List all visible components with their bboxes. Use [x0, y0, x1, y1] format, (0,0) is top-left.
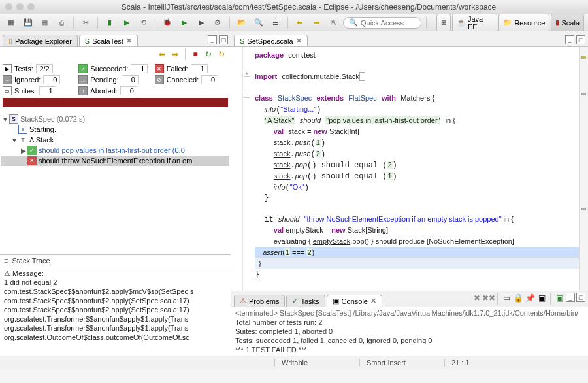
rerun-failed-icon[interactable]: ↻	[216, 49, 227, 59]
maximize-editor-icon[interactable]: ▢	[576, 35, 585, 44]
canceled-count: 0	[201, 75, 218, 84]
pending-count: 0	[122, 75, 139, 84]
overview-ruler[interactable]	[579, 47, 588, 291]
stack-trace-body[interactable]: ⚠ Message: 1 did not equal 2 com.test.St…	[0, 267, 231, 356]
fold-expand-icon[interactable]: +	[244, 71, 250, 77]
code-area[interactable]: package com.test import collection.mutab…	[252, 47, 579, 291]
tree-group[interactable]: ▼TA Stack	[1, 135, 229, 145]
tool-play-icon[interactable]: ▶	[120, 16, 134, 29]
tab-scalatest[interactable]: S ScalaTest ✕	[79, 35, 138, 46]
perspective-java-ee[interactable]: ☕Java EE	[452, 14, 497, 32]
remove-launch-icon[interactable]: ✖	[472, 293, 482, 303]
tab-package-explorer[interactable]: ▯ Package Explorer	[3, 35, 78, 46]
stack-line[interactable]: org.scalatest.OutcomeOf$class.outcomeOf(…	[4, 333, 227, 342]
open-console-icon[interactable]: ▣	[554, 293, 564, 303]
close-icon[interactable]: ✕	[370, 297, 376, 305]
fail-icon: ✕	[27, 156, 37, 165]
tree-test-fail[interactable]: ✕should throw NoSuchElementException if …	[1, 156, 229, 166]
new-icon[interactable]: ▦	[4, 16, 18, 29]
stack-line[interactable]: com.test.StackSpec$$anonfun$2.apply$mcV$…	[4, 287, 227, 296]
tab-problems[interactable]: ⚠Problems	[234, 295, 285, 307]
stack-line[interactable]: com.test.StackSpec$$anonfun$2.apply(SetS…	[4, 305, 227, 314]
fold-collapse-icon[interactable]: −	[244, 92, 250, 98]
perspective-resource[interactable]: 📁Resource	[498, 14, 549, 32]
minimize-window-icon[interactable]	[16, 3, 24, 10]
tool-prev-icon[interactable]: ⟲	[136, 16, 150, 29]
progress-bar	[3, 98, 228, 107]
quick-access-input[interactable]	[361, 19, 419, 27]
window-controls[interactable]	[5, 3, 35, 10]
scalatest-toolbar: ⬅ ➡ ■ ↻ ↻	[0, 47, 231, 61]
debug-icon[interactable]: 🐞	[160, 16, 174, 29]
succeeded-icon: ✓	[78, 64, 88, 73]
console-output[interactable]: <terminated> StackSpec [ScalaTest] /Libr…	[231, 307, 588, 356]
canceled-icon: ⊘	[155, 75, 164, 84]
minimize-bottom-icon[interactable]: _	[566, 293, 575, 302]
marker-ruler[interactable]	[231, 47, 243, 291]
stack-line[interactable]: com.test.StackSpec$$anonfun$2.apply(SetS…	[4, 296, 227, 305]
display-console-icon[interactable]: ▣	[536, 293, 547, 303]
close-icon[interactable]: ✕	[296, 37, 302, 45]
test-tree[interactable]: ▼SStackSpec (0.072 s) iStarting... ▼TA S…	[0, 111, 231, 169]
quick-access-field[interactable]: 🔍	[343, 17, 421, 29]
ignored-count: 0	[43, 75, 60, 84]
save-all-icon[interactable]: ▤	[38, 16, 52, 29]
failed-icon: ✕	[155, 64, 164, 73]
external-tools-icon[interactable]: ⚙	[211, 16, 225, 29]
bottom-tabs: ⚠Problems ✓Tasks ▣Console✕ ✖ ✖✖ ▭ 🔒 📌 ▣ …	[231, 291, 588, 307]
close-window-icon[interactable]	[5, 3, 12, 10]
maximize-bottom-icon[interactable]: ▢	[576, 293, 585, 302]
cut-icon[interactable]: ✂	[78, 16, 93, 29]
print-icon[interactable]: ⎙	[54, 16, 69, 29]
console-line: Tests: succeeded 1, failed 1, canceled 0…	[235, 336, 584, 345]
pin-console-icon[interactable]: 📌	[525, 293, 535, 303]
run-icon[interactable]: ▶	[177, 16, 191, 29]
java-ee-icon: ☕	[457, 18, 466, 27]
tests-icon: ▶	[3, 64, 12, 73]
nav-fwd-icon[interactable]: ➡	[309, 16, 323, 29]
tab-tasks[interactable]: ✓Tasks	[286, 295, 325, 307]
next-failure-icon[interactable]: ➡	[170, 49, 180, 59]
perspective-scala[interactable]: ▮Scala	[551, 14, 584, 32]
nav-up-icon[interactable]: ⇱	[326, 16, 340, 29]
toggle-icon[interactable]: ☰	[269, 16, 283, 29]
pass-icon: ✓	[27, 146, 37, 155]
open-type-icon[interactable]: 📂	[235, 16, 249, 29]
nav-back-icon[interactable]: ⬅	[293, 16, 307, 29]
code-editor[interactable]: + − package com.test import collection.m…	[231, 47, 588, 291]
search-icon[interactable]: 🔍	[252, 16, 266, 29]
tree-test-pass[interactable]: ▶✓should pop values in last-in-first-out…	[1, 145, 229, 156]
save-icon[interactable]: 💾	[21, 16, 35, 29]
tree-info[interactable]: iStarting...	[1, 124, 229, 135]
maximize-view-icon[interactable]: ▢	[219, 35, 228, 44]
zoom-window-icon[interactable]	[27, 3, 35, 10]
rerun-icon[interactable]: ↻	[203, 49, 214, 59]
stop-icon[interactable]: ■	[190, 49, 201, 59]
tree-suite[interactable]: ▼SStackSpec (0.072 s)	[1, 114, 229, 124]
fold-ruler[interactable]: + −	[243, 47, 252, 291]
tool-green-icon[interactable]: ▮	[103, 16, 117, 29]
test-stats: ▶Tests:2/2 ✓Succeeded:1 ✕Failed:1 –Ignor…	[0, 61, 231, 111]
scala-file-icon: S	[240, 37, 244, 45]
console-line: *** 1 TEST FAILED ***	[235, 345, 584, 354]
status-insert-mode: Smart Insert	[359, 359, 418, 367]
console-icon: ▣	[333, 297, 339, 305]
tab-setspec[interactable]: S SetSpec.scala ✕	[234, 35, 308, 46]
stack-line[interactable]: org.scalatest.Transformer$$anonfun$apply…	[4, 324, 227, 333]
minimize-view-icon[interactable]: _	[208, 35, 217, 44]
tab-console[interactable]: ▣Console✕	[327, 295, 382, 307]
prev-failure-icon[interactable]: ⬅	[157, 49, 167, 59]
search-glyph-icon: 🔍	[349, 18, 358, 27]
run-last-icon[interactable]: ▶	[194, 16, 208, 29]
clear-console-icon[interactable]: ▭	[501, 293, 512, 303]
pending-icon: …	[78, 75, 88, 84]
scroll-lock-icon[interactable]: 🔒	[513, 293, 523, 303]
suites-count: 1	[39, 86, 56, 95]
open-perspective-button[interactable]: ⊞	[436, 14, 451, 32]
window-title-bar: Scala - IntelliJTest/src/test/scala/com/…	[0, 0, 588, 14]
close-icon[interactable]: ✕	[126, 37, 132, 45]
stack-line[interactable]: org.scalatest.Transformer$$anonfun$apply…	[4, 314, 227, 324]
minimize-editor-icon[interactable]: _	[565, 35, 574, 44]
remove-all-icon[interactable]: ✖✖	[483, 293, 494, 303]
console-line: Suites: completed 1, aborted 0	[235, 327, 584, 336]
